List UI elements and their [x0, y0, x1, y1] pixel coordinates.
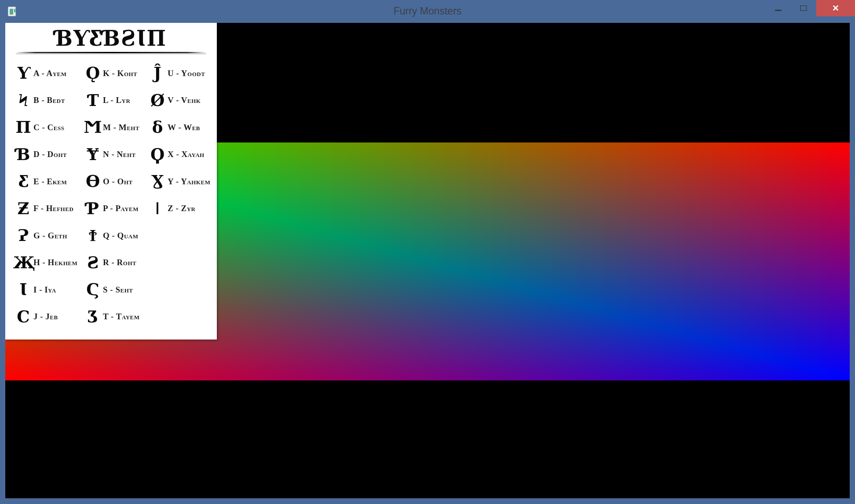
entry-label: K - Koht [103, 69, 137, 78]
entry-label: H - Hekhem [33, 258, 77, 267]
daedric-glyph: Ɂ [13, 227, 33, 244]
alphabet-entry: ƁD - Doht [13, 141, 83, 168]
window-controls: ✕ [765, 0, 855, 16]
alphabet-entry: ϞB - Bedt [13, 87, 83, 114]
daedric-glyph: Ǫ [83, 65, 103, 81]
alphabet-entry: ɁG - Geth [13, 222, 83, 249]
entry-label: A - Ayem [33, 69, 67, 78]
daedric-glyph: Ƨ [83, 255, 103, 271]
alphabet-entry: ƷT - Tayem [83, 303, 149, 331]
alphabet-entry: δW - Web [147, 114, 216, 141]
entry-label: E - Ekem [33, 177, 67, 186]
daedric-glyph: Җ [13, 255, 33, 271]
entry-label: P - Payem [103, 204, 139, 213]
content-area: ƁƳƸƁƧƖΠ ƳA - AyemϞB - BedtΠC - CessƁD - … [5, 23, 850, 498]
daedric-glyph: Ɩ [13, 281, 33, 298]
daedric-glyph: Ƹ [13, 173, 33, 190]
maximize-icon [800, 5, 807, 11]
alphabet-entry: ɎN - Neht [83, 141, 149, 168]
daedric-glyph: ǀ [147, 201, 168, 217]
minimize-button[interactable] [765, 0, 791, 16]
alphabet-entry: ӨO - Oht [83, 168, 149, 195]
alphabet-column-1: ƳA - AyemϞB - BedtΠC - CessƁD - DohtƸE -… [13, 60, 83, 330]
alphabet-entry: ƤP - Payem [83, 195, 149, 223]
alphabet-entry: ƵF - Hefhed [13, 195, 83, 223]
alphabet-entry: ϮQ - Quam [83, 222, 149, 249]
daedric-glyph: Ϲ [13, 309, 33, 325]
entry-label: N - Neht [103, 150, 136, 159]
daedric-glyph: Ƥ [83, 201, 103, 217]
entry-label: M - Meht [103, 123, 139, 132]
daedric-glyph: Ʒ [83, 309, 103, 325]
entry-label: F - Hefhed [33, 204, 73, 213]
panel-divider [16, 52, 206, 53]
daedric-glyph: Ϙ [147, 146, 168, 163]
daedric-glyph: Ϻ [83, 119, 103, 135]
alphabet-entry: ƔY - Yahkem [147, 168, 216, 195]
entry-label: Q - Quam [103, 231, 138, 241]
alphabet-entry: ƖI - Iya [13, 276, 83, 303]
daedric-glyph: Π [13, 119, 33, 135]
alphabet-entry: ǀZ - Zyr [147, 195, 216, 223]
alphabet-entry: ϺM - Meht [83, 114, 149, 141]
alphabet-column-3: ĴU - YoodtØV - VehkδW - WebϘX - XayahƔY … [147, 60, 216, 222]
close-icon: ✕ [832, 4, 839, 12]
alphabet-entry: ƧR - Roht [83, 249, 149, 277]
alphabet-entry: ØV - Vehk [147, 87, 216, 114]
daedric-glyph: Ƶ [13, 201, 33, 217]
window-frame: Furry Monsters ✕ ƁƳƸƁƧƖΠ ƳA - AyemϞB - B… [0, 0, 855, 504]
alphabet-entry: ƬL - Lyr [83, 87, 149, 114]
alphabet-entry: ϚS - Seht [83, 276, 149, 303]
daedric-glyph: Ϟ [13, 92, 33, 109]
alphabet-entry: ҖH - Hekhem [13, 249, 83, 277]
daedric-glyph: Ϛ [83, 281, 103, 298]
alphabet-entry: ĴU - Yoodt [147, 60, 216, 87]
alphabet-entry: ƸE - Ekem [13, 168, 83, 195]
daedric-glyph: Ø [147, 92, 168, 109]
daedric-glyph: Ƭ [83, 92, 103, 109]
daedric-glyph: Ƴ [13, 65, 33, 81]
close-button[interactable]: ✕ [816, 0, 855, 16]
entry-label: L - Lyr [103, 95, 130, 105]
daedric-glyph: Ɣ [147, 173, 168, 190]
panel-title-glyphs: ƁƳƸƁƧƖΠ [5, 27, 217, 50]
entry-label: D - Doht [33, 150, 67, 159]
daedric-glyph: Ɓ [13, 146, 33, 163]
daedric-glyph: Ө [83, 173, 103, 190]
alphabet-column-2: ǪK - KohtƬL - LyrϺM - MehtɎN - NehtӨO - … [83, 60, 149, 330]
window-title: Furry Monsters [0, 0, 855, 23]
alphabet-panel: ƁƳƸƁƧƖΠ ƳA - AyemϞB - BedtΠC - CessƁD - … [5, 23, 217, 340]
entry-label: G - Geth [33, 231, 67, 241]
alphabet-entry: ƳA - Ayem [13, 60, 83, 87]
entry-label: I - Iya [33, 285, 56, 295]
entry-label: R - Roht [103, 258, 136, 267]
daedric-glyph: Ϯ [83, 227, 103, 244]
entry-label: W - Web [168, 123, 200, 132]
entry-label: Z - Zyr [168, 204, 195, 213]
entry-label: B - Bedt [33, 95, 65, 105]
entry-label: T - Tayem [103, 312, 140, 321]
entry-label: O - Oht [103, 177, 133, 186]
daedric-glyph: Ɏ [83, 146, 103, 163]
daedric-glyph: Ĵ [147, 65, 168, 81]
entry-label: X - Xayah [168, 150, 205, 159]
minimize-icon [775, 10, 782, 11]
entry-label: C - Cess [33, 123, 64, 132]
titlebar: Furry Monsters ✕ [0, 0, 855, 23]
entry-label: J - Jeb [33, 312, 58, 321]
alphabet-entry: ϹJ - Jeb [13, 303, 83, 331]
daedric-glyph: δ [147, 119, 168, 135]
entry-label: V - Vehk [168, 95, 201, 105]
alphabet-entry: ΠC - Cess [13, 114, 83, 141]
entry-label: S - Seht [103, 285, 133, 295]
entry-label: Y - Yahkem [168, 177, 210, 186]
entry-label: U - Yoodt [168, 69, 205, 78]
alphabet-entry: ϘX - Xayah [147, 141, 216, 168]
maximize-button[interactable] [791, 0, 816, 16]
alphabet-entry: ǪK - Koht [83, 60, 149, 87]
